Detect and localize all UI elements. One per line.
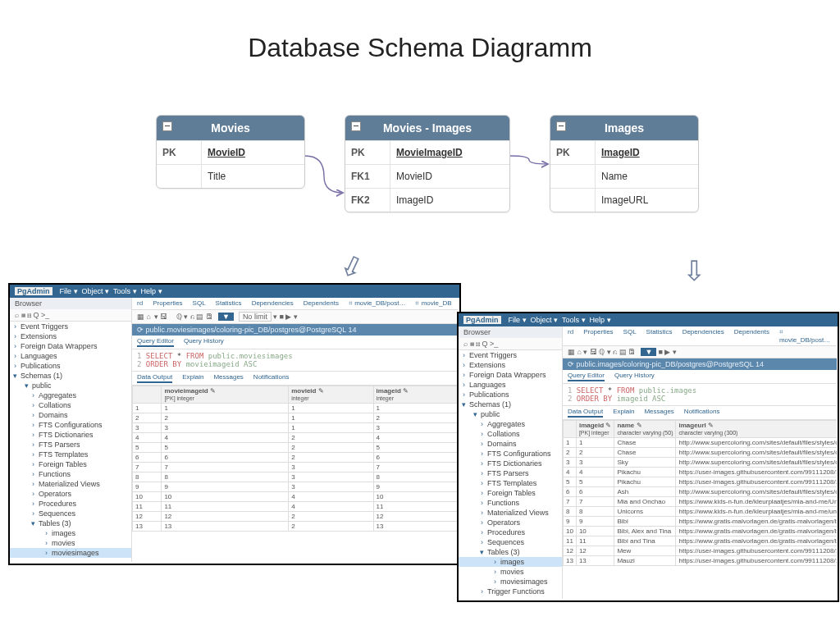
content-tab[interactable]: SQL: [193, 299, 206, 308]
pgadmin-logo: PgAdmin: [15, 287, 52, 295]
table-row[interactable]: 11Chasehttp://www.supercoloring.com/site…: [564, 438, 838, 448]
menu-file[interactable]: File ▾: [60, 287, 78, 295]
content-tab[interactable]: ⌗ movie_DB: [415, 299, 451, 308]
query-path: ⟳ public.images/coloring-pic_DB/postgres…: [563, 358, 837, 370]
table-row[interactable]: 5525: [133, 443, 459, 453]
tab-data-output[interactable]: Data Output: [137, 373, 172, 383]
pgadmin-menubar: PgAdmin File ▾ Object ▾ Tools ▾ Help ▾: [459, 313, 838, 326]
hand-arrow-icon: ⇩: [682, 254, 705, 287]
table-row[interactable]: 1313Mauzihttps://user-images.githubuserc…: [564, 556, 838, 566]
table-row[interactable]: 1212212: [133, 512, 459, 522]
content-tab[interactable]: Dependents: [304, 299, 339, 308]
table-row[interactable]: 8838: [133, 472, 459, 482]
menu-tools[interactable]: Tools ▾: [113, 287, 137, 295]
tab-data-output[interactable]: Data Output: [568, 408, 603, 418]
table-row[interactable]: 1313213: [133, 522, 459, 532]
menu-object[interactable]: Object ▾: [531, 316, 559, 324]
query-path: ⟳ public.moviesimages/coloring-pic_DB/po…: [132, 324, 459, 336]
tab-query-history[interactable]: Query History: [614, 372, 655, 381]
table-row[interactable]: 1212Mewhttps://user-images.githubusercon…: [564, 546, 838, 556]
pgadmin-logo: PgAdmin: [463, 316, 501, 324]
tab-notifications[interactable]: Notifications: [684, 408, 720, 418]
table-row[interactable]: 1010Bibi, Alex and Tinahttps://www.grati…: [564, 527, 838, 536]
sql-editor[interactable]: 1 SELECT * FROM public.images 2 ORDER BY…: [563, 384, 837, 406]
table-row[interactable]: 55Pikachuhttps://user-images.githubuserc…: [564, 477, 838, 487]
menu-tools[interactable]: Tools ▾: [562, 316, 586, 324]
table-row[interactable]: 66Ashhttp://www.supercoloring.com/sites/…: [564, 487, 838, 497]
filter-button[interactable]: ▼: [218, 313, 234, 321]
table-row[interactable]: 7737: [133, 463, 459, 472]
content-tab[interactable]: rd: [137, 299, 143, 308]
table-row[interactable]: 1010410: [133, 492, 459, 502]
table-row[interactable]: 77Mia and Onchaohttps://www.kids-n-fun.d…: [564, 497, 838, 507]
entity-images: Images PKImageID Name ImageURL: [550, 115, 699, 212]
content-tab[interactable]: rd: [568, 328, 573, 344]
table-row[interactable]: 99Bibihttps://www.gratis-malvorlagen.de/…: [564, 517, 838, 527]
query-toolbar[interactable]: ▦ ⌂ ▾ 🖫 ℚ ▾ ⎌ ▤ 🖺▼No limit ▾ ■ ▶ ▾: [132, 310, 459, 324]
collapse-icon[interactable]: [556, 121, 566, 131]
content-tab[interactable]: Dependents: [734, 328, 769, 344]
content-tab[interactable]: Statistics: [216, 299, 242, 308]
menu-help[interactable]: Help ▾: [141, 287, 162, 295]
menu-help[interactable]: Help ▾: [590, 316, 611, 324]
pgadmin-menubar: PgAdmin File ▾ Object ▾ Tools ▾ Help ▾: [10, 285, 459, 298]
content-tab[interactable]: Dependencies: [252, 299, 294, 308]
table-row[interactable]: 6626: [133, 453, 459, 463]
pgadmin-panel-images: PgAdmin File ▾ Object ▾ Tools ▾ Help ▾ B…: [457, 312, 839, 602]
hand-arrow-icon: ⇩: [335, 247, 369, 286]
tab-query-editor[interactable]: Query Editor: [137, 337, 174, 347]
table-row[interactable]: 88Unicornshttps://www.kids-n-fun.de/kleu…: [564, 507, 838, 517]
tab-explain[interactable]: Explain: [182, 373, 203, 383]
table-row[interactable]: 22Chasehttp://www.supercoloring.com/site…: [564, 448, 838, 458]
sql-editor[interactable]: 1 SELECT * FROM public.moviesimages 2 OR…: [132, 349, 459, 372]
table-row[interactable]: 1111: [133, 404, 459, 413]
entity-moviesimages: Movies - Images PKMovieImageID FK1MovieI…: [345, 115, 510, 212]
query-toolbar[interactable]: ▦ ⌂ ▾ 🖫 ℚ ▾ ⎌ ▤ 🖺▼ ■ ▶ ▾: [563, 346, 837, 358]
table-row[interactable]: 2212: [133, 413, 459, 423]
page-title: Database Schema Diagramm: [0, 33, 840, 63]
object-tree[interactable]: Browser ⌕ ▦ ☷ Q >_ ›Event Triggers›Exten…: [459, 326, 563, 599]
tab-messages[interactable]: Messages: [644, 408, 673, 418]
table-row[interactable]: 33Skyhttp://www.supercoloring.com/sites/…: [564, 458, 838, 468]
table-row[interactable]: 44Pikachuhttps://user-images.githubuserc…: [564, 468, 838, 477]
tab-messages[interactable]: Messages: [213, 373, 243, 383]
collapse-icon[interactable]: [162, 121, 172, 131]
content-tab[interactable]: Properties: [583, 328, 613, 344]
result-grid[interactable]: movieimageid ✎[PK] integermovieid ✎integ…: [132, 386, 459, 532]
content-tab[interactable]: Dependencies: [682, 328, 724, 344]
table-row[interactable]: 1111411: [133, 502, 459, 512]
collapse-icon[interactable]: [351, 121, 361, 131]
content-tab[interactable]: Statistics: [646, 328, 673, 344]
menu-file[interactable]: File ▾: [509, 316, 527, 324]
filter-button[interactable]: ▼: [641, 348, 656, 356]
tab-query-history[interactable]: Query History: [184, 337, 224, 347]
table-row[interactable]: 9939: [133, 482, 459, 492]
object-tree[interactable]: Browser ⌕ ▦ ☷ Q >_ ›Event Triggers›Exten…: [10, 298, 132, 562]
content-tab[interactable]: ⌗ movie_DB/post…: [349, 299, 405, 308]
table-row[interactable]: 1111Bibi and Tinahttps://www.gratis-malv…: [564, 536, 838, 546]
table-row[interactable]: 3313: [133, 423, 459, 433]
content-tab[interactable]: Properties: [153, 299, 182, 308]
content-tab[interactable]: ⌗ movie_DB/post…: [779, 328, 830, 344]
tab-explain[interactable]: Explain: [613, 408, 634, 418]
pgadmin-panel-moviesimages: PgAdmin File ▾ Object ▾ Tools ▾ Help ▾ B…: [8, 283, 461, 565]
tab-notifications[interactable]: Notifications: [253, 373, 290, 383]
table-row[interactable]: 4424: [133, 433, 459, 443]
result-grid[interactable]: imageid ✎[PK] integername ✎character var…: [563, 420, 837, 566]
entity-movies: Movies PKMovieID Title: [156, 115, 305, 189]
tab-query-editor[interactable]: Query Editor: [568, 372, 605, 381]
content-tab[interactable]: SQL: [623, 328, 637, 344]
menu-object[interactable]: Object ▾: [82, 287, 110, 295]
